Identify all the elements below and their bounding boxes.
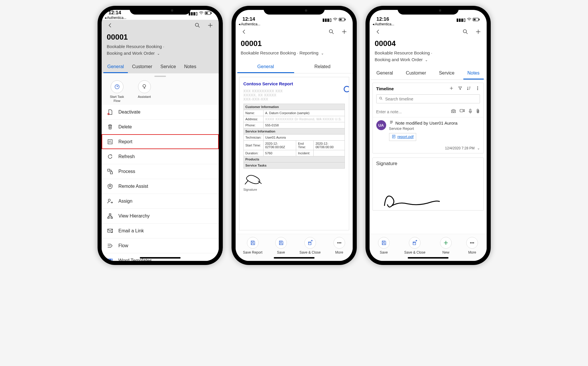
home-indicator[interactable] (274, 257, 315, 259)
section-products: Products (243, 156, 345, 162)
tab-general[interactable]: General (237, 62, 294, 73)
timeline-more-icon[interactable] (475, 86, 480, 91)
btn-save-close[interactable]: Save & Close (404, 237, 425, 254)
timeline-filter-icon[interactable] (458, 86, 462, 91)
add-icon[interactable] (207, 22, 213, 30)
lbl-end: End Time: (296, 140, 314, 150)
add-icon[interactable] (475, 29, 481, 36)
svg-point-22 (340, 243, 341, 243)
breadcrumb-text: Bookable Resource Booking · Reporting (241, 50, 319, 55)
menu-refresh[interactable]: Refresh (102, 149, 219, 164)
chevron-down-icon[interactable]: ⌄ (477, 146, 480, 150)
service-report: Contoso Service Report XXX XXXXXXXXX XXX… (239, 77, 349, 231)
btn-more[interactable]: More (333, 237, 345, 254)
attachment-link[interactable]: report.pdf (389, 133, 416, 141)
lbl-incident: Incident: (296, 150, 314, 156)
body-scroll[interactable]: Timeline Search timeline Enter a note... (370, 80, 487, 234)
svg-point-3 (195, 23, 198, 26)
tab-general[interactable]: General (103, 62, 128, 73)
btn-save-report[interactable]: Save Report (243, 237, 262, 254)
new-icon (440, 237, 452, 249)
tab-service[interactable]: Service (156, 62, 180, 73)
tab-related[interactable]: Related (294, 62, 351, 73)
breadcrumb[interactable]: Bookable Resource Booking · Booking and … (370, 49, 487, 64)
tab-notes[interactable]: Notes (463, 68, 484, 79)
menu-delete[interactable]: Delete (102, 119, 219, 134)
menu-view-hierarchy[interactable]: View Hierarchy (102, 208, 219, 223)
more-icon (466, 237, 478, 249)
svg-rect-33 (469, 109, 471, 112)
menu-deactivate[interactable]: Deactivate (102, 105, 219, 119)
mic-icon[interactable] (468, 109, 472, 115)
btn-more[interactable]: More (466, 237, 478, 254)
breadcrumb[interactable]: Bookable Resource Booking · Booking and … (102, 42, 219, 58)
back-button[interactable] (375, 29, 381, 36)
tabs: General Customer Service Notes (102, 58, 219, 73)
sheet-handle[interactable] (154, 76, 166, 77)
add-icon[interactable] (341, 29, 347, 36)
avatar: UA (376, 120, 386, 130)
menu-label: Deactivate (119, 109, 141, 115)
note-icon (389, 120, 394, 126)
search-icon[interactable] (194, 22, 201, 30)
report-scroll[interactable]: Contoso Service Report XXX XXXXXXXXX XXX… (236, 73, 353, 234)
wifi-icon (467, 17, 472, 22)
attach-icon[interactable] (476, 109, 480, 115)
tab-notes[interactable]: Notes (180, 62, 200, 73)
btn-save-close[interactable]: Save & Close (299, 237, 321, 254)
deactivate-icon (107, 109, 113, 115)
signature-canvas[interactable] (373, 169, 483, 210)
menu-email-link[interactable]: Email a Link (102, 223, 219, 238)
nav-bar (102, 20, 219, 31)
timeline-item[interactable]: UA Note modified by User01 Aurora Servic… (373, 117, 483, 144)
refresh-icon (107, 153, 113, 160)
svg-point-10 (108, 199, 110, 201)
quick-start-task-flow[interactable]: Start Task Flow (107, 80, 127, 103)
timeline-search[interactable]: Search timeline (376, 94, 480, 103)
btn-save[interactable]: Save (275, 237, 287, 254)
report-heading: Contoso Service Report (243, 81, 345, 86)
search-icon[interactable] (462, 29, 469, 36)
back-to-app[interactable]: ◂ Authentica... (102, 16, 219, 20)
back-to-app[interactable]: ◂ Authentica... (236, 22, 353, 26)
menu-report[interactable]: Report (102, 134, 219, 149)
attachment-name: report.pdf (398, 135, 414, 139)
back-button[interactable] (241, 29, 247, 36)
phone-2: 12:14 ▮▮▮▯ ◂ Authentica... 00001 Bookabl… (232, 6, 357, 265)
tab-customer[interactable]: Customer (128, 62, 156, 73)
home-indicator[interactable] (140, 257, 181, 259)
home-indicator[interactable] (408, 257, 448, 259)
menu-process[interactable]: Process (102, 164, 219, 179)
btn-save[interactable]: Save (378, 237, 390, 254)
video-icon[interactable] (460, 109, 465, 115)
status-icons: ▮▮▮▯ (188, 11, 212, 16)
svg-rect-25 (474, 19, 476, 20)
svg-point-36 (472, 243, 473, 243)
tab-customer[interactable]: Customer (402, 68, 430, 79)
menu-label: Process (119, 169, 135, 174)
btn-new[interactable]: New (440, 237, 452, 254)
search-icon[interactable] (328, 29, 335, 36)
timeline-sort-icon[interactable] (467, 86, 471, 91)
timeline-add-icon[interactable] (449, 86, 454, 91)
back-button[interactable] (107, 22, 113, 30)
lbl-start: Start Time: (243, 140, 263, 150)
breadcrumb[interactable]: Bookable Resource Booking · Reporting ⌄ (236, 49, 353, 58)
tabs: General Customer Service Notes (370, 64, 487, 80)
delete-icon (107, 124, 113, 130)
tab-service[interactable]: Service (435, 68, 458, 79)
camera-icon[interactable] (451, 109, 456, 115)
enter-note-row[interactable]: Enter a note... (373, 106, 483, 117)
section-customer-info: Customer Information (243, 104, 345, 110)
val-duration: 5760 (263, 150, 296, 156)
svg-rect-2 (206, 12, 208, 14)
quick-assistant[interactable]: Assistant (134, 80, 155, 103)
back-to-app[interactable]: ◂ Authentica... (370, 22, 487, 26)
menu-assign[interactable]: Assign (102, 194, 219, 208)
menu-remote-assist[interactable]: Remote Assist (102, 179, 219, 194)
timeline-item-title: Note modified by User01 Aurora (389, 120, 480, 126)
menu-label: Report (119, 139, 133, 144)
tab-general[interactable]: General (372, 68, 397, 79)
menu-flow[interactable]: Flow (102, 238, 219, 253)
lbl-duration: Duration: (243, 150, 263, 156)
